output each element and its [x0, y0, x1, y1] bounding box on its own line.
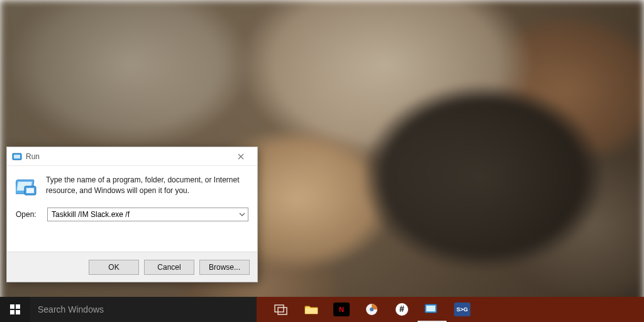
- taskbar-items: N # S>G: [267, 297, 477, 322]
- svg-rect-13: [278, 308, 287, 314]
- task-view-icon: [274, 304, 288, 315]
- app-circle-icon: [365, 303, 379, 316]
- browse-button[interactable]: Browse...: [199, 260, 250, 275]
- svg-rect-8: [10, 304, 14, 309]
- svg-rect-1: [14, 155, 20, 158]
- open-input[interactable]: [48, 208, 236, 221]
- svg-text:#: #: [399, 304, 404, 314]
- close-button[interactable]: [228, 148, 253, 165]
- task-view-button[interactable]: [267, 297, 296, 322]
- start-button[interactable]: [0, 297, 30, 322]
- run-description: Type the name of a program, folder, docu…: [46, 175, 248, 197]
- svg-rect-10: [10, 310, 14, 314]
- run-app-icon: [12, 152, 22, 162]
- run-taskbar-icon: [425, 303, 440, 314]
- run-large-icon: [16, 176, 37, 197]
- folder-icon: [304, 304, 318, 315]
- slack-button[interactable]: #: [387, 297, 416, 322]
- windows-logo-icon: [10, 304, 20, 314]
- svg-rect-7: [26, 188, 34, 193]
- run-title: Run: [26, 152, 228, 161]
- run-taskbar-button[interactable]: [418, 297, 447, 322]
- run-dialog: Run Type the name of a program, folder, …: [6, 147, 258, 282]
- taskbar: Search Windows N: [0, 297, 644, 322]
- close-icon: [238, 153, 244, 160]
- run-titlebar[interactable]: Run: [7, 147, 257, 166]
- svg-rect-11: [16, 310, 20, 314]
- open-label: Open:: [16, 210, 41, 219]
- sourcetree-button[interactable]: S>G: [448, 297, 477, 322]
- sourcetree-icon: S>G: [454, 303, 470, 316]
- svg-rect-14: [305, 308, 318, 314]
- svg-rect-9: [16, 304, 20, 309]
- svg-rect-20: [426, 306, 435, 311]
- slack-icon: #: [395, 303, 409, 316]
- search-placeholder: Search Windows: [38, 304, 104, 314]
- search-box[interactable]: Search Windows: [30, 297, 257, 322]
- cancel-button[interactable]: Cancel: [144, 260, 194, 275]
- svg-point-16: [370, 308, 374, 311]
- file-explorer-button[interactable]: [297, 297, 326, 322]
- netflix-button[interactable]: N: [327, 297, 356, 322]
- svg-rect-12: [275, 305, 284, 312]
- run-button-row: OK Cancel Browse...: [7, 252, 257, 282]
- app-circle-button[interactable]: [357, 297, 386, 322]
- chevron-down-icon: [239, 213, 245, 216]
- ok-button[interactable]: OK: [89, 260, 139, 275]
- netflix-icon: N: [333, 303, 350, 316]
- open-dropdown-button[interactable]: [236, 208, 248, 221]
- open-combobox[interactable]: [47, 208, 248, 221]
